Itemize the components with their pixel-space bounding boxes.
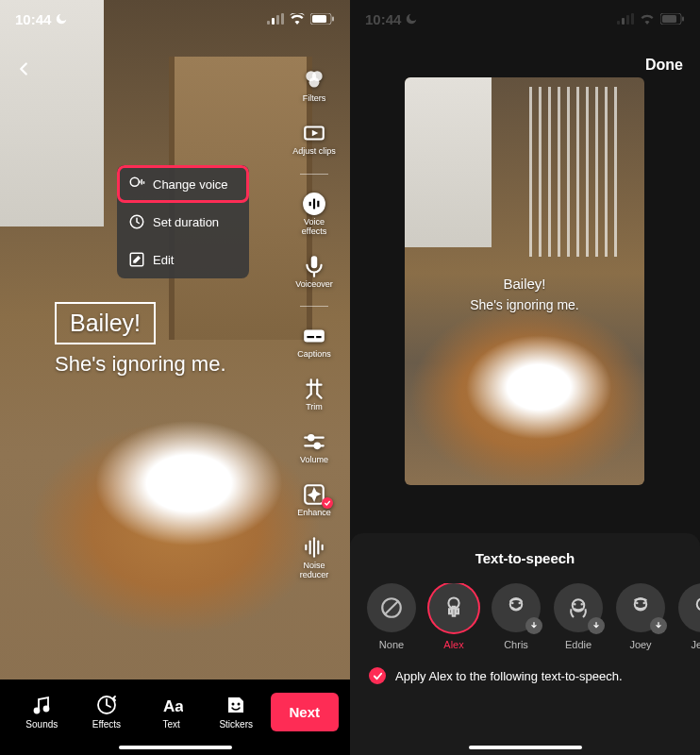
- mic-icon: [302, 254, 326, 278]
- home-indicator[interactable]: [469, 746, 582, 749]
- voice-row[interactable]: None Alex Chris Eddie: [350, 583, 700, 650]
- stickers-icon: [225, 694, 247, 716]
- adjust-clips-icon: [302, 121, 326, 145]
- voice-avatar-icon: [689, 594, 700, 622]
- noise-reducer-icon: [302, 535, 326, 560]
- sounds-icon: [30, 694, 53, 716]
- voice-joey[interactable]: Joey: [616, 583, 665, 650]
- menu-edit[interactable]: Edit: [117, 241, 249, 278]
- done-label: Done: [645, 57, 683, 73]
- edit-icon: [128, 251, 145, 268]
- enhance-badge: [322, 497, 333, 509]
- apply-checkbox[interactable]: [369, 667, 386, 684]
- download-badge: [650, 617, 667, 634]
- tool-filters[interactable]: Filters: [302, 68, 326, 104]
- check-icon: [373, 671, 383, 681]
- menu-set-duration[interactable]: Set duration: [117, 203, 249, 241]
- tool-noise-reducer[interactable]: Noise reducer: [300, 535, 329, 580]
- done-button[interactable]: Done: [645, 57, 683, 74]
- tool-label: Noise reducer: [300, 562, 329, 580]
- svg-rect-6: [332, 17, 334, 22]
- tool-label: Voice effects: [302, 218, 326, 237]
- home-indicator[interactable]: [119, 746, 232, 749]
- svg-rect-40: [622, 18, 625, 25]
- bottom-sounds[interactable]: Sounds: [11, 694, 73, 730]
- tool-captions[interactable]: Captions: [297, 324, 331, 360]
- tts-screen: 10:44 Done Bailey! She's ignoring me. Te…: [350, 0, 700, 755]
- battery-icon: [310, 13, 335, 25]
- tool-label: Adjust clips: [292, 147, 336, 157]
- svg-point-25: [308, 435, 313, 440]
- volume-icon: [302, 429, 326, 454]
- svg-rect-16: [309, 202, 311, 206]
- editor-screen: 10:44 Change voice Set duration Edit Bai…: [0, 0, 350, 755]
- voice-eddie[interactable]: Eddie: [554, 583, 603, 650]
- caption-line: She's ignoring me.: [55, 352, 226, 377]
- tool-trim[interactable]: Trim: [302, 377, 326, 412]
- signal-icon: [617, 13, 634, 25]
- voice-chris[interactable]: Chris: [492, 583, 541, 650]
- bottom-effects[interactable]: Effects: [76, 694, 138, 730]
- status-time: 10:44: [15, 11, 51, 27]
- voice-jessica[interactable]: Jessi: [678, 583, 700, 650]
- wifi-icon: [290, 13, 305, 25]
- bottom-text[interactable]: Aa Text: [141, 694, 202, 730]
- menu-change-voice[interactable]: Change voice: [117, 165, 249, 203]
- preview-caption: Bailey! She's ignoring me.: [405, 276, 644, 312]
- svg-point-33: [35, 709, 40, 713]
- voice-label: Alex: [443, 639, 463, 650]
- bottom-label: Stickers: [219, 719, 253, 730]
- svg-rect-22: [316, 336, 321, 338]
- voice-label: None: [379, 639, 404, 650]
- back-button[interactable]: [13, 59, 34, 83]
- tts-title: Text-to-speech: [350, 550, 700, 566]
- svg-point-38: [238, 703, 241, 706]
- caption-selected[interactable]: Bailey!: [55, 302, 156, 344]
- voice-none[interactable]: None: [367, 583, 416, 650]
- bottom-label: Sounds: [25, 719, 58, 730]
- tool-voice-effects[interactable]: Voice effects: [302, 192, 326, 237]
- text-context-menu: Change voice Set duration Edit: [117, 165, 249, 278]
- svg-rect-42: [631, 13, 634, 25]
- svg-text:Aa: Aa: [163, 697, 183, 715]
- battery-icon: [660, 13, 685, 25]
- tool-adjust-clips[interactable]: Adjust clips: [292, 121, 336, 157]
- svg-rect-41: [626, 15, 629, 25]
- apply-row[interactable]: Apply Alex to the following text-to-spee…: [350, 650, 700, 684]
- effects-icon: [95, 694, 118, 716]
- svg-rect-3: [281, 13, 284, 25]
- caption-line: Bailey!: [405, 276, 644, 292]
- voice-label: Jessi: [691, 639, 700, 650]
- voice-alex[interactable]: Alex: [429, 583, 478, 650]
- side-toolbar: Filters Adjust clips Voice effects Voice…: [286, 68, 342, 580]
- bottom-stickers[interactable]: Stickers: [206, 694, 267, 730]
- svg-rect-0: [267, 21, 270, 25]
- svg-rect-5: [312, 15, 326, 23]
- svg-rect-39: [617, 21, 620, 25]
- status-time: 10:44: [365, 11, 401, 27]
- voice-label: Joey: [629, 639, 651, 650]
- voice-avatar-icon: [626, 594, 655, 622]
- download-badge: [525, 617, 542, 634]
- tool-voiceover[interactable]: Voiceover: [295, 254, 333, 290]
- svg-rect-18: [317, 201, 319, 208]
- svg-rect-19: [311, 256, 318, 268]
- caption-overlay[interactable]: Bailey! She's ignoring me.: [55, 302, 226, 377]
- tool-label: Enhance: [297, 509, 331, 518]
- bottom-bar: Sounds Effects Aa Text Stickers Next: [0, 680, 350, 755]
- voice-avatar-icon: [440, 594, 468, 622]
- voice-effects-icon: [302, 192, 326, 216]
- filters-icon: [302, 68, 326, 92]
- download-badge: [588, 617, 605, 634]
- caption-line: She's ignoring me.: [405, 297, 644, 312]
- tool-volume[interactable]: Volume: [300, 429, 328, 465]
- menu-label: Edit: [153, 253, 174, 267]
- svg-rect-49: [449, 609, 452, 613]
- svg-point-34: [44, 707, 49, 712]
- svg-rect-45: [682, 17, 684, 22]
- text-icon: Aa: [160, 694, 183, 716]
- svg-rect-17: [313, 198, 315, 209]
- svg-rect-2: [276, 15, 279, 25]
- next-button[interactable]: Next: [271, 693, 340, 731]
- tool-enhance[interactable]: Enhance: [297, 482, 331, 518]
